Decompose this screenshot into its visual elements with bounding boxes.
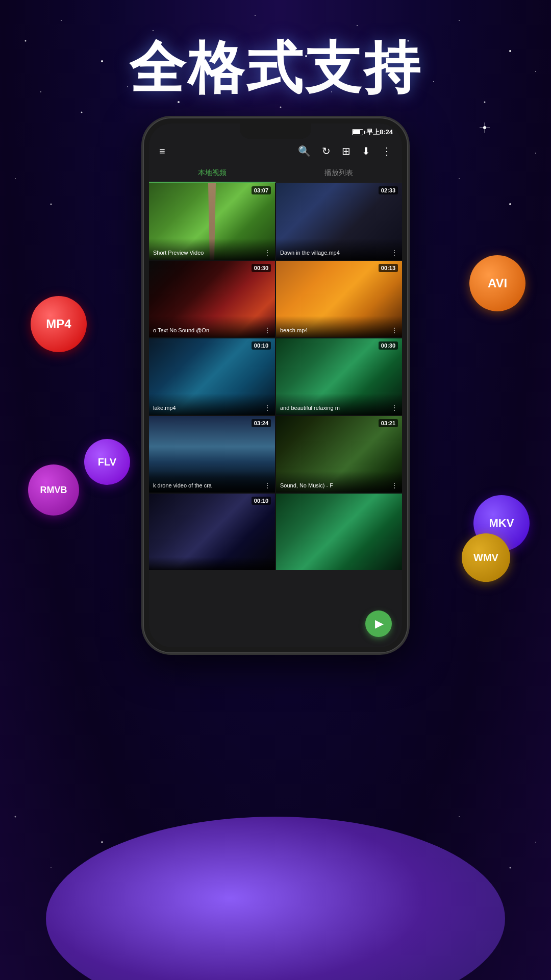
svg-point-32 bbox=[101, 841, 103, 843]
format-bubble-mp4[interactable]: MP4 bbox=[31, 296, 87, 352]
phone-screen: 早上8:24 ≡ 🔍 ↻ ⊞ ⬇ ⋮ 本地视频 播放列表 bbox=[149, 124, 402, 647]
search-icon[interactable]: 🔍 bbox=[296, 143, 313, 159]
format-bubble-avi[interactable]: AVI bbox=[469, 255, 525, 311]
svg-point-7 bbox=[357, 25, 358, 26]
planet-decoration bbox=[46, 817, 505, 980]
svg-point-33 bbox=[459, 816, 460, 817]
video-more-2[interactable]: ⋮ bbox=[391, 249, 398, 257]
video-grid: 03:07 Short Preview Video ⋮ 02:33 Dawn i… bbox=[149, 183, 402, 570]
video-info-2: Dawn in the village.mp4 ⋮ bbox=[276, 238, 402, 260]
svg-point-12 bbox=[81, 112, 83, 113]
toolbar: ≡ 🔍 ↻ ⊞ ⬇ ⋮ bbox=[149, 139, 402, 163]
svg-point-9 bbox=[459, 20, 460, 21]
menu-icon[interactable]: ≡ bbox=[157, 143, 167, 159]
format-bubble-wmv[interactable]: WMV bbox=[462, 533, 510, 582]
video-item-9[interactable]: 00:10 bbox=[149, 494, 275, 570]
video-item-2[interactable]: 02:33 Dawn in the village.mp4 ⋮ bbox=[276, 183, 402, 260]
svg-point-31 bbox=[51, 867, 52, 868]
video-title-8: Sound, No Music) - F bbox=[280, 482, 389, 488]
svg-point-5 bbox=[255, 15, 256, 16]
video-info-6: and beautiful relaxing m ⋮ bbox=[276, 394, 402, 415]
video-more-3[interactable]: ⋮ bbox=[264, 326, 271, 334]
video-more-6[interactable]: ⋮ bbox=[391, 404, 398, 412]
video-title-4: beach.mp4 bbox=[280, 327, 389, 333]
video-info-3: o Text No Sound @On ⋮ bbox=[149, 316, 275, 337]
video-item-3[interactable]: 00:30 o Text No Sound @On ⋮ bbox=[149, 261, 275, 337]
video-more-4[interactable]: ⋮ bbox=[391, 326, 398, 334]
video-title-3: o Text No Sound @On bbox=[153, 327, 262, 333]
video-title-5: lake.mp4 bbox=[153, 405, 262, 411]
svg-point-25 bbox=[15, 178, 16, 179]
video-item-7[interactable]: 03:24 k drone video of the cra ⋮ bbox=[149, 416, 275, 493]
tab-local-video[interactable]: 本地视频 bbox=[149, 163, 276, 183]
video-title-2: Dawn in the village.mp4 bbox=[280, 250, 389, 256]
tab-playlist[interactable]: 播放列表 bbox=[276, 163, 402, 183]
svg-point-28 bbox=[509, 203, 511, 205]
play-icon: ▶ bbox=[375, 617, 384, 630]
video-more-8[interactable]: ⋮ bbox=[391, 481, 398, 489]
video-item-6[interactable]: 00:30 and beautiful relaxing m ⋮ bbox=[276, 338, 402, 415]
video-title-7: k drone video of the cra bbox=[153, 482, 262, 488]
video-info-4: beach.mp4 ⋮ bbox=[276, 316, 402, 337]
video-title-1: Short Preview Video bbox=[153, 250, 262, 256]
headline-text: 全格式支持 bbox=[0, 31, 551, 107]
video-item-5[interactable]: 00:10 lake.mp4 ⋮ bbox=[149, 338, 275, 415]
video-more-7[interactable]: ⋮ bbox=[264, 481, 271, 489]
format-bubble-rmvb[interactable]: RMVB bbox=[28, 464, 79, 516]
toolbar-right-icons: 🔍 ↻ ⊞ ⬇ ⋮ bbox=[296, 143, 394, 159]
grid-icon[interactable]: ⊞ bbox=[340, 143, 353, 159]
svg-point-1 bbox=[61, 20, 62, 21]
video-info-9 bbox=[149, 557, 275, 570]
fab-play-button[interactable]: ▶ bbox=[365, 610, 392, 637]
video-info-7: k drone video of the cra ⋮ bbox=[149, 471, 275, 493]
format-bubble-flv[interactable]: FLV bbox=[84, 439, 130, 485]
video-more-1[interactable]: ⋮ bbox=[264, 249, 271, 257]
video-item-4[interactable]: 00:13 beach.mp4 ⋮ bbox=[276, 261, 402, 337]
svg-point-27 bbox=[459, 178, 460, 179]
more-icon[interactable]: ⋮ bbox=[380, 143, 394, 159]
svg-point-35 bbox=[535, 842, 536, 843]
phone-notch bbox=[240, 124, 311, 139]
refresh-icon[interactable]: ↻ bbox=[320, 143, 333, 159]
svg-point-26 bbox=[51, 204, 52, 205]
video-duration-1: 03:07 bbox=[252, 186, 271, 194]
svg-point-22 bbox=[483, 126, 486, 129]
video-title-6: and beautiful relaxing m bbox=[280, 405, 389, 411]
video-duration-3: 00:30 bbox=[252, 264, 271, 272]
video-duration-6: 00:30 bbox=[379, 341, 398, 350]
video-duration-5: 00:10 bbox=[252, 341, 271, 350]
video-more-5[interactable]: ⋮ bbox=[264, 404, 271, 412]
video-item-8[interactable]: 03:21 Sound, No Music) - F ⋮ bbox=[276, 416, 402, 493]
phone-frame: 早上8:24 ≡ 🔍 ↻ ⊞ ⬇ ⋮ 本地视频 播放列表 bbox=[143, 117, 408, 653]
video-duration-7: 03:24 bbox=[252, 419, 271, 427]
video-duration-9: 00:10 bbox=[252, 497, 271, 505]
svg-point-29 bbox=[535, 153, 536, 154]
video-info-1: Short Preview Video ⋮ bbox=[149, 238, 275, 260]
video-duration-8: 03:21 bbox=[379, 419, 398, 427]
video-info-5: lake.mp4 ⋮ bbox=[149, 394, 275, 415]
svg-point-30 bbox=[15, 816, 16, 818]
video-item-10-placeholder bbox=[276, 494, 402, 570]
download-icon[interactable]: ⬇ bbox=[360, 143, 372, 159]
tab-bar: 本地视频 播放列表 bbox=[149, 163, 402, 183]
video-item-1[interactable]: 03:07 Short Preview Video ⋮ bbox=[149, 183, 275, 260]
battery-icon bbox=[352, 129, 363, 135]
video-info-8: Sound, No Music) - F ⋮ bbox=[276, 471, 402, 493]
status-time: 早上8:24 bbox=[366, 128, 393, 137]
video-duration-4: 00:13 bbox=[379, 264, 398, 272]
video-duration-2: 02:33 bbox=[379, 186, 398, 194]
svg-point-34 bbox=[510, 867, 511, 869]
